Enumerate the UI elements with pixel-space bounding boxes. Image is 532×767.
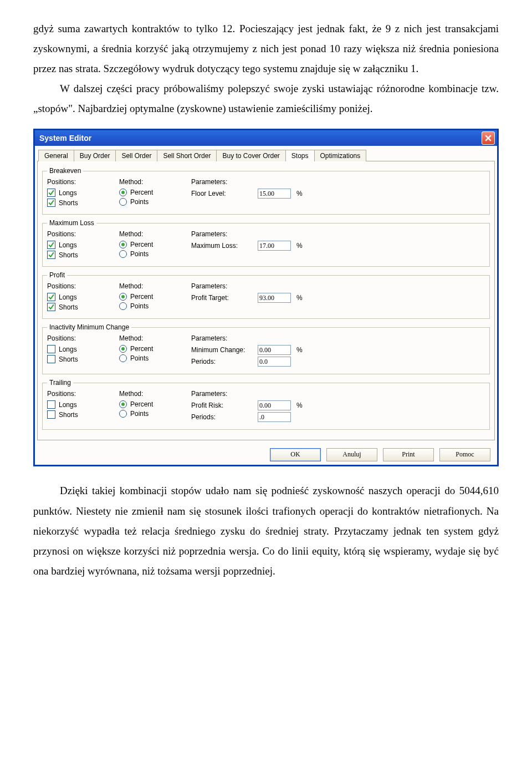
param-input[interactable]	[258, 357, 291, 367]
checkbox-icon	[47, 400, 55, 409]
group-row: LongsShortsPercentPointsProfit Risk:%Per…	[47, 399, 485, 424]
checkbox-icon	[47, 293, 55, 301]
longs-checkbox[interactable]: Longs	[47, 400, 119, 409]
longs-label: Longs	[59, 293, 77, 301]
param-input[interactable]	[258, 241, 291, 251]
shorts-checkbox[interactable]: Shorts	[47, 410, 119, 419]
group-legend: Breakeven	[47, 167, 83, 175]
shorts-checkbox[interactable]: Shorts	[47, 303, 119, 311]
window-titlebar: System Editor	[35, 130, 497, 146]
points-label: Points	[130, 354, 149, 362]
positions-header: Positions:	[47, 390, 119, 398]
parameters-col: Profit Target:%	[191, 291, 485, 313]
radio-icon	[119, 198, 127, 206]
ok-button[interactable]: OK	[270, 448, 321, 461]
percent-label: Percent	[130, 241, 153, 248]
param-label: Periods:	[191, 413, 252, 421]
param-line: Periods:	[191, 357, 485, 367]
param-input[interactable]	[258, 412, 291, 422]
points-label: Points	[130, 302, 149, 310]
positions-header: Positions:	[47, 282, 119, 290]
percent-sign: %	[296, 346, 305, 354]
shorts-checkbox[interactable]: Shorts	[47, 199, 119, 207]
points-radio[interactable]: Points	[119, 250, 191, 258]
tab-stops[interactable]: Stops	[285, 150, 315, 161]
percent-label: Percent	[130, 293, 153, 301]
group-column-headers: Positions:Method:Parameters:	[47, 282, 485, 290]
shorts-label: Shorts	[59, 303, 78, 311]
parameters-header: Parameters:	[191, 282, 485, 290]
parameters-col: Floor Level:%	[191, 187, 485, 209]
points-radio[interactable]: Points	[119, 410, 191, 418]
help-button[interactable]: Pomoc	[439, 448, 490, 461]
checkbox-icon	[47, 355, 55, 363]
percent-sign: %	[296, 294, 305, 302]
radio-icon	[119, 302, 127, 310]
percent-radio[interactable]: Percent	[119, 400, 191, 408]
shorts-checkbox[interactable]: Shorts	[47, 251, 119, 259]
percent-radio[interactable]: Percent	[119, 241, 191, 248]
checkbox-icon	[47, 345, 55, 353]
longs-checkbox[interactable]: Longs	[47, 293, 119, 301]
positions-header: Positions:	[47, 230, 119, 238]
method-header: Method:	[119, 390, 191, 398]
param-line: Floor Level:%	[191, 189, 485, 199]
radio-icon	[119, 250, 127, 258]
positions-header: Positions:	[47, 334, 119, 342]
shorts-checkbox[interactable]: Shorts	[47, 355, 119, 363]
percent-radio[interactable]: Percent	[119, 293, 191, 301]
tab-sell-order[interactable]: Sell Order	[115, 150, 157, 161]
window-close-button[interactable]	[482, 131, 495, 145]
param-input[interactable]	[258, 293, 291, 303]
cancel-button[interactable]: Anuluj	[326, 448, 377, 461]
longs-checkbox[interactable]: Longs	[47, 345, 119, 353]
checkbox-icon	[47, 251, 55, 259]
radio-icon	[119, 345, 127, 353]
method-col: PercentPoints	[119, 399, 191, 424]
method-header: Method:	[119, 282, 191, 290]
radio-icon	[119, 410, 127, 418]
paragraph-3: Dzięki takiej kombinacji stopów udało na…	[33, 481, 499, 581]
positions-col: LongsShorts	[47, 399, 119, 424]
longs-checkbox[interactable]: Longs	[47, 189, 119, 197]
group-column-headers: Positions:Method:Parameters:	[47, 230, 485, 238]
shorts-label: Shorts	[59, 199, 78, 207]
tab-buy-order[interactable]: Buy Order	[74, 150, 116, 161]
group-legend: Inactivity Minimum Change	[47, 323, 131, 331]
tab-optimizations[interactable]: Optimizations	[314, 150, 367, 161]
param-input[interactable]	[258, 189, 291, 199]
param-input[interactable]	[258, 400, 291, 410]
points-radio[interactable]: Points	[119, 354, 191, 362]
paragraph-1: gdyż suma zawartych kontraktów to tylko …	[33, 19, 499, 79]
param-label: Profit Target:	[191, 294, 252, 302]
percent-radio[interactable]: Percent	[119, 189, 191, 196]
radio-icon	[119, 189, 127, 196]
method-col: PercentPoints	[119, 291, 191, 313]
group-column-headers: Positions:Method:Parameters:	[47, 334, 485, 342]
parameters-header: Parameters:	[191, 390, 485, 398]
method-col: PercentPoints	[119, 239, 191, 261]
group-row: LongsShortsPercentPointsProfit Target:%	[47, 291, 485, 313]
checkbox-icon	[47, 410, 55, 419]
shorts-label: Shorts	[59, 355, 78, 363]
shorts-label: Shorts	[59, 251, 78, 259]
tab-general[interactable]: General	[38, 150, 74, 161]
param-line: Periods:	[191, 412, 485, 422]
percent-radio[interactable]: Percent	[119, 345, 191, 353]
points-radio[interactable]: Points	[119, 302, 191, 310]
points-radio[interactable]: Points	[119, 198, 191, 206]
radio-icon	[119, 354, 127, 362]
radio-icon	[119, 241, 127, 248]
method-col: PercentPoints	[119, 343, 191, 368]
group-legend: Profit	[47, 271, 67, 279]
group-row: LongsShortsPercentPointsMinimum Change:%…	[47, 343, 485, 368]
method-header: Method:	[119, 178, 191, 186]
longs-checkbox[interactable]: Longs	[47, 241, 119, 249]
param-label: Maximum Loss:	[191, 242, 252, 250]
percent-label: Percent	[130, 400, 153, 408]
param-input[interactable]	[258, 345, 291, 355]
tab-sell-short-order[interactable]: Sell Short Order	[157, 150, 217, 161]
points-label: Points	[130, 250, 149, 258]
print-button[interactable]: Print	[383, 448, 434, 461]
tab-buy-to-cover-order[interactable]: Buy to Cover Order	[216, 150, 285, 161]
